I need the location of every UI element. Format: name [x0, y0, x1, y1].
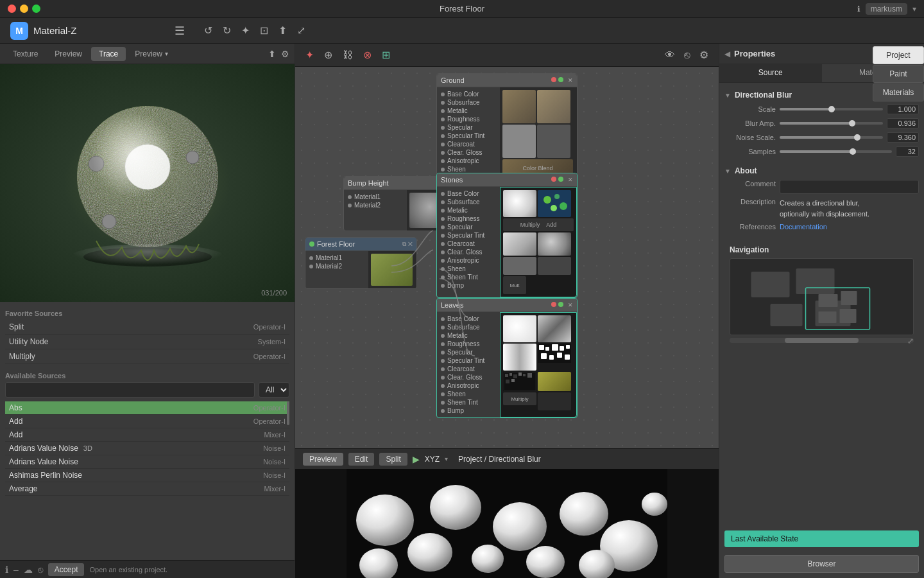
svg-rect-55	[840, 309, 857, 323]
preview-button[interactable]: Preview	[303, 453, 343, 466]
navigation-map[interactable]	[730, 258, 914, 335]
info-icon[interactable]: ℹ	[857, 4, 860, 13]
favorite-source-split[interactable]: Split Operator-I	[5, 320, 289, 335]
samples-slider[interactable]	[780, 150, 892, 153]
blur-amp-value[interactable]: 0.936	[887, 118, 919, 128]
redo-button[interactable]: ↻	[219, 22, 235, 39]
comment-row: Comment	[724, 178, 919, 196]
node-toolbar: ✦ ⊕ ⛓ ⊗ ⊞ 👁 ⎋ ⚙	[295, 44, 719, 67]
node-chain-button[interactable]: ⛓	[340, 47, 355, 64]
node-forest-preview	[368, 251, 416, 288]
scale-row: Scale 1.000	[724, 102, 919, 116]
edit-button[interactable]: Edit	[348, 453, 375, 466]
fullscreen-button[interactable]	[32, 4, 40, 13]
source-add-operator[interactable]: Add Operator-I	[5, 415, 289, 428]
svg-rect-31	[527, 373, 532, 378]
props-content: ▼ Directional Blur Scale 1.000	[719, 83, 924, 525]
source-ashimas[interactable]: Ashimas Perlin Noise Noise-I	[5, 469, 289, 482]
undo-button[interactable]: ↺	[200, 22, 216, 39]
source-adrians-noise[interactable]: Adrians Value Noise Noise-I	[5, 455, 289, 469]
source-add-mixer[interactable]: Add Mixer-I	[5, 428, 289, 442]
documentation-link[interactable]: Documentation	[780, 223, 827, 231]
noise-scale-value[interactable]: 9.360	[887, 132, 919, 143]
close-button[interactable]	[8, 4, 16, 13]
node-stones[interactable]: Stones ✕ Base Color Subsurface Metalic	[436, 173, 578, 298]
section-title: Directional Blur	[735, 91, 792, 100]
scale-slider[interactable]	[780, 108, 883, 110]
tab-trace[interactable]: Trace	[91, 47, 126, 61]
svg-rect-47	[751, 272, 790, 297]
source-abs[interactable]: Abs Operator-I	[5, 401, 289, 415]
source-adrians-3d[interactable]: Adrians Value Noise 3D Noise-I	[5, 442, 289, 455]
browser-button[interactable]: Browser	[724, 555, 919, 573]
play-icon[interactable]: ▶	[413, 454, 420, 464]
node-forest-floor[interactable]: Forest Floor ⧉ ✕ Material1 Material2	[305, 237, 417, 289]
source-average[interactable]: Average Mixer-I	[5, 482, 289, 496]
node-share-button[interactable]: ⎋	[681, 46, 693, 64]
node-layer-button[interactable]: ⊞	[379, 46, 393, 64]
nav-scroll-thumb[interactable]	[785, 338, 859, 343]
materials-button[interactable]: Materials	[873, 83, 924, 101]
node-remove-button[interactable]: ⊗	[361, 46, 374, 64]
settings-icon[interactable]: ⚙	[281, 49, 289, 59]
node-canvas[interactable]: Ground ✕ Base Color Subsurface Metalic	[295, 67, 719, 448]
expand-button[interactable]: ⤢	[293, 22, 309, 39]
asterisk-button[interactable]: ✦	[237, 22, 253, 39]
accept-button[interactable]: Accept	[48, 563, 85, 576]
svg-point-36	[430, 485, 481, 530]
nav-svg	[730, 259, 913, 335]
node-leaves[interactable]: Leaves ✕ Base Color Subsurface Metalic	[436, 298, 578, 418]
upload-button[interactable]: ⬆	[275, 22, 291, 39]
tab-preview-first[interactable]: Preview	[47, 47, 90, 61]
noise-scale-row: Noise Scale. 9.360	[724, 130, 919, 144]
chevron-down-icon[interactable]: ▾	[912, 4, 916, 13]
svg-point-37	[407, 533, 452, 572]
samples-value[interactable]: 32	[896, 146, 919, 157]
minus-icon[interactable]: –	[13, 565, 19, 575]
tab-source[interactable]: Source	[719, 64, 822, 82]
thumb-dark	[537, 125, 570, 158]
filter-select[interactable]: All	[259, 382, 289, 398]
project-button[interactable]: Project	[873, 46, 924, 64]
xyz-dropdown-icon[interactable]: ▾	[445, 455, 448, 462]
node-connect-button[interactable]: ⊕	[321, 46, 335, 64]
brand-name: Material-Z	[33, 25, 77, 36]
svg-point-13	[560, 202, 567, 210]
blur-amp-slider[interactable]	[780, 122, 883, 125]
thumb-noise1	[538, 344, 571, 363]
svg-point-45	[642, 493, 667, 516]
scroll-thumb[interactable]	[287, 401, 289, 425]
share-icon[interactable]: ⎋	[38, 565, 43, 575]
noise-scale-slider[interactable]	[780, 136, 883, 139]
references-row: References Documentation	[724, 221, 919, 232]
svg-rect-23	[565, 355, 570, 360]
menu-icon[interactable]: ☰	[167, 24, 193, 38]
thumb-color-grain	[538, 372, 571, 391]
tab-preview-second[interactable]: Preview ▾	[127, 47, 176, 61]
comment-input[interactable]	[780, 180, 919, 194]
about-header[interactable]: ▼ About	[724, 164, 919, 178]
cloud-icon[interactable]: ☁	[24, 565, 33, 575]
info-icon[interactable]: ℹ	[5, 565, 8, 575]
user-button[interactable]: markusm	[866, 3, 907, 15]
frame-button[interactable]: ⊡	[256, 22, 272, 39]
paint-button[interactable]: Paint	[873, 65, 924, 83]
expand-icon[interactable]: ⤢	[907, 337, 914, 343]
node-close-button[interactable]: ✦	[303, 46, 316, 64]
thumb-stone-light	[503, 232, 536, 256]
scale-value[interactable]: 1.000	[887, 104, 919, 114]
preview-canvas	[0, 64, 295, 302]
thumb-multiply2	[538, 392, 571, 410]
properties-collapse-icon[interactable]: ◀	[724, 49, 730, 58]
app-layout: M Material-Z ☰ ↺ ↻ ✦ ⊡ ⬆ ⤢ Texture Previ…	[0, 18, 924, 578]
favorite-source-multiply[interactable]: Multiply Operator-I	[5, 349, 289, 364]
tab-texture[interactable]: Texture	[5, 47, 46, 61]
favorite-source-utility[interactable]: Utility Node System-I	[5, 335, 289, 349]
search-input[interactable]	[5, 382, 255, 398]
node-eye-button[interactable]: 👁	[662, 46, 678, 64]
node-settings-button[interactable]: ⚙	[697, 46, 711, 64]
upload-icon[interactable]: ⬆	[268, 49, 276, 59]
port-dot	[441, 92, 445, 96]
minimize-button[interactable]	[20, 4, 28, 13]
split-button[interactable]: Split	[379, 453, 407, 466]
